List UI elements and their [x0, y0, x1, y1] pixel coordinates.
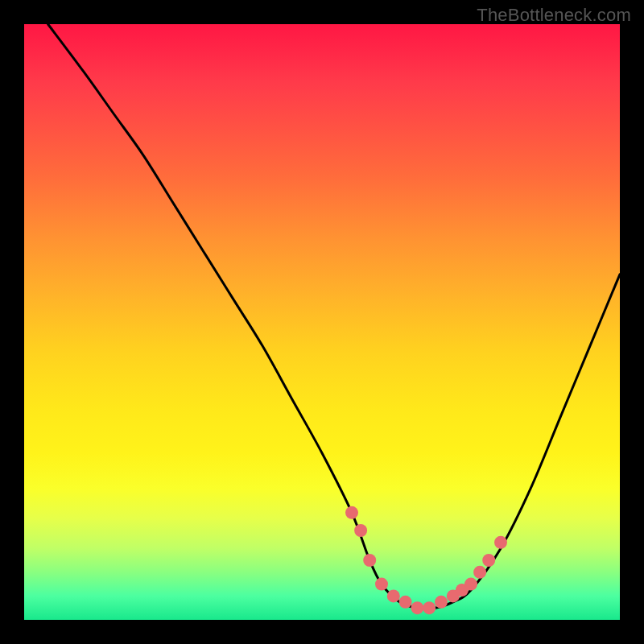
marker-point — [473, 566, 486, 579]
watermark-text: TheBottleneck.com — [477, 5, 631, 26]
marker-point — [375, 578, 388, 591]
chart-container: TheBottleneck.com — [0, 0, 644, 644]
marker-point — [423, 601, 436, 614]
marker-point — [435, 596, 448, 609]
highlight-markers — [345, 506, 507, 614]
marker-point — [482, 554, 495, 567]
marker-point — [399, 596, 412, 609]
marker-point — [411, 601, 423, 614]
marker-point — [363, 554, 376, 567]
marker-point — [387, 589, 400, 602]
marker-point — [354, 524, 367, 537]
curve-layer — [24, 24, 620, 620]
marker-point — [494, 536, 507, 549]
marker-point — [345, 506, 358, 519]
plot-area — [24, 24, 620, 620]
marker-point — [464, 578, 477, 591]
bottleneck-curve — [48, 24, 620, 609]
